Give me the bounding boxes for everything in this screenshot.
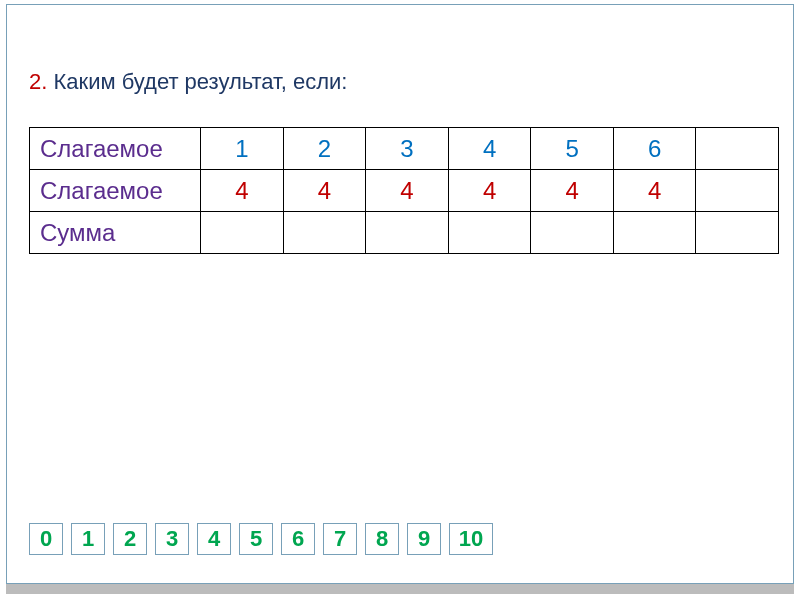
table-row: Слагаемое 1 2 3 4 5 6 [30,128,779,170]
number-box[interactable]: 8 [365,523,399,555]
number-box[interactable]: 0 [29,523,63,555]
table-cell: 2 [283,128,366,170]
question-text: 2. Каким будет результат, если: [29,69,347,95]
table-cell [696,128,779,170]
number-box[interactable]: 1 [71,523,105,555]
number-box[interactable]: 10 [449,523,493,555]
table-cell: 4 [366,170,449,212]
table-cell [448,212,531,254]
slide-frame: 2. Каким будет результат, если: Слагаемо… [6,4,794,584]
number-box[interactable]: 9 [407,523,441,555]
table-cell: 4 [448,170,531,212]
table-cell: 3 [366,128,449,170]
table-cell [696,212,779,254]
number-box[interactable]: 7 [323,523,357,555]
table-cell: 6 [613,128,696,170]
table-row: Слагаемое 4 4 4 4 4 4 [30,170,779,212]
row-label: Сумма [30,212,201,254]
number-line: 0 1 2 3 4 5 6 7 8 9 10 [29,523,493,555]
table-cell: 4 [448,128,531,170]
footer-bar [6,584,794,594]
number-box[interactable]: 6 [281,523,315,555]
number-box[interactable]: 2 [113,523,147,555]
addition-table: Слагаемое 1 2 3 4 5 6 Слагаемое 4 4 4 4 … [29,127,779,254]
table-cell [696,170,779,212]
table-cell: 4 [613,170,696,212]
table-cell [201,212,284,254]
table-cell: 5 [531,128,614,170]
table-cell [283,212,366,254]
table-cell [613,212,696,254]
table-cell [366,212,449,254]
number-box[interactable]: 3 [155,523,189,555]
table-cell: 1 [201,128,284,170]
row-label: Слагаемое [30,170,201,212]
table-cell: 4 [201,170,284,212]
table-cell [531,212,614,254]
table-cell: 4 [283,170,366,212]
row-label: Слагаемое [30,128,201,170]
table-cell: 4 [531,170,614,212]
question-body: Каким будет результат, если: [47,69,347,94]
table-row: Сумма [30,212,779,254]
number-box[interactable]: 5 [239,523,273,555]
number-box[interactable]: 4 [197,523,231,555]
question-number: 2. [29,69,47,94]
